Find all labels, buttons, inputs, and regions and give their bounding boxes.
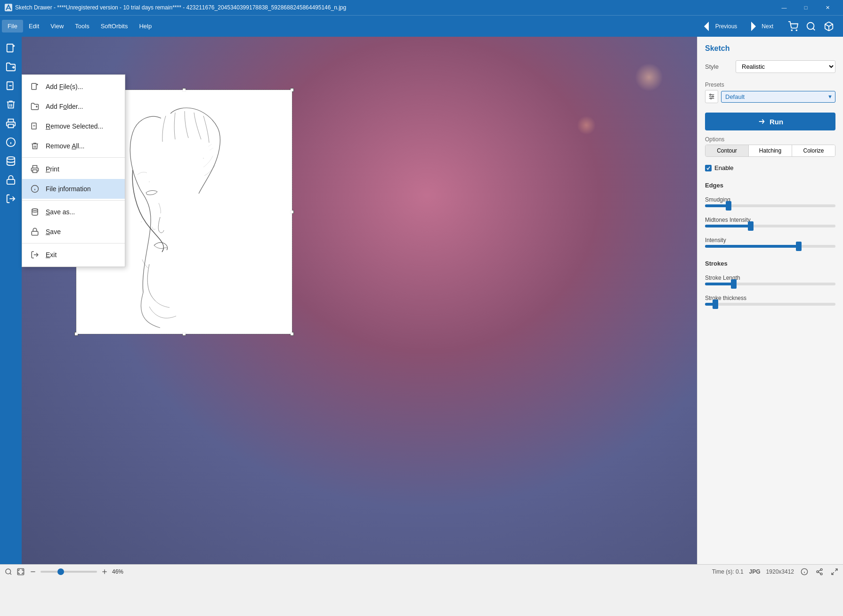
sidebar-add-folder[interactable] <box>2 58 19 75</box>
intensity-label: Intensity <box>705 237 835 243</box>
svg-point-4 <box>791 30 792 31</box>
sidebar-remove-all[interactable] <box>2 96 19 113</box>
settings-sliders-icon <box>708 93 715 100</box>
stroke-thickness-thumb[interactable] <box>713 300 718 309</box>
maximize-button[interactable]: □ <box>795 0 817 15</box>
info-status-icon[interactable] <box>800 567 809 576</box>
zoom-thumb[interactable] <box>57 568 64 575</box>
sidebar-info[interactable] <box>2 134 19 151</box>
window-controls: — □ ✕ <box>773 0 838 15</box>
cube-button[interactable] <box>820 18 837 35</box>
menu-edit[interactable]: Edit <box>23 20 45 32</box>
intensity-slider[interactable] <box>705 245 835 248</box>
cart-button[interactable] <box>785 18 802 35</box>
menu-remove-selected[interactable]: Remove Selected... <box>22 116 125 136</box>
trash-icon <box>6 99 16 110</box>
svg-line-7 <box>813 28 815 30</box>
zoom-in-icon[interactable] <box>100 567 109 576</box>
statusbar-left: 46% <box>4 567 708 576</box>
zoom-search-icon[interactable] <box>4 567 13 576</box>
smudging-slider[interactable] <box>705 204 835 207</box>
svg-line-59 <box>819 572 821 574</box>
statusbar: 46% Time (s): 0.1 JPG 1920x3412 <box>0 564 843 578</box>
next-icon <box>746 20 760 33</box>
stroke-length-thumb[interactable] <box>731 279 737 289</box>
stroke-thickness-slider[interactable] <box>705 303 835 306</box>
exit-icon <box>6 194 16 204</box>
presets-select[interactable]: Default Light Dark Soft <box>721 91 835 103</box>
sidebar-add-file[interactable] <box>2 40 19 57</box>
zoom-out-icon[interactable] <box>28 567 38 576</box>
menu-softorbits[interactable]: SoftOrbits <box>95 20 134 32</box>
options-section: Options Contour Hatching Colorize <box>705 136 835 157</box>
svg-point-44 <box>32 209 38 211</box>
fullscreen-status-icon[interactable] <box>830 567 839 576</box>
menu-view[interactable]: View <box>45 20 69 32</box>
menu-print[interactable]: Print <box>22 159 125 179</box>
sidebar-remove-selected[interactable] <box>2 77 19 94</box>
presets-label: Presets <box>705 81 835 88</box>
save-lock-icon <box>6 175 16 185</box>
zoom-slider[interactable] <box>41 571 97 573</box>
add-folder-menu-icon <box>30 101 40 112</box>
minimize-button[interactable]: — <box>773 0 795 15</box>
enable-checkbox[interactable] <box>705 165 712 171</box>
midtones-label: Midtones Intensity <box>705 217 835 223</box>
remove-selected-label: Remove Selected... <box>46 122 103 130</box>
stroke-length-section: Stroke Length <box>705 275 835 285</box>
menu-remove-all[interactable]: Remove All... <box>22 136 125 156</box>
sidebar-save[interactable] <box>2 171 19 188</box>
tab-hatching[interactable]: Hatching <box>749 145 792 156</box>
next-button[interactable]: Next <box>743 18 777 35</box>
svg-point-32 <box>710 98 712 99</box>
menu-save[interactable]: Save <box>22 222 125 242</box>
menu-file-information[interactable]: File information <box>22 179 125 199</box>
svg-rect-40 <box>33 170 37 173</box>
midtones-thumb[interactable] <box>748 221 754 231</box>
menu-tools[interactable]: Tools <box>69 20 95 32</box>
left-sidebar <box>0 37 22 564</box>
print-menu-icon <box>30 164 40 174</box>
cube-icon <box>824 21 834 32</box>
sidebar-print[interactable] <box>2 115 19 132</box>
menu-add-folder[interactable]: Add Folder... <box>22 97 125 116</box>
close-button[interactable]: ✕ <box>817 0 838 15</box>
search-button[interactable] <box>802 18 819 35</box>
svg-line-61 <box>835 569 837 571</box>
strokes-heading: Strokes <box>705 260 835 267</box>
info-icon <box>6 137 16 147</box>
options-tabs: Contour Hatching Colorize <box>705 145 835 157</box>
presets-settings-button[interactable] <box>705 90 718 103</box>
stroke-length-label: Stroke Length <box>705 275 835 281</box>
sidebar-exit[interactable] <box>2 190 19 207</box>
run-button[interactable]: Run <box>705 113 835 130</box>
share-status-icon[interactable] <box>815 567 824 576</box>
sidebar-save-as[interactable] <box>2 153 19 170</box>
previous-icon <box>700 20 713 33</box>
save-as-menu-icon <box>30 207 40 217</box>
panel-title: Sketch <box>705 44 835 53</box>
remove-selected-icon <box>6 81 16 91</box>
style-select[interactable]: Realistic Pencil Charcoal Ink <box>736 60 835 73</box>
svg-point-20 <box>7 157 15 160</box>
tab-colorize[interactable]: Colorize <box>792 145 835 156</box>
previous-label: Previous <box>715 23 738 30</box>
previous-button[interactable]: Previous <box>697 18 741 35</box>
menu-save-as[interactable]: Save as... <box>22 202 125 222</box>
stroke-length-slider[interactable] <box>705 283 835 285</box>
midtones-slider[interactable] <box>705 225 835 227</box>
menu-help[interactable]: Help <box>133 20 157 32</box>
svg-point-57 <box>817 571 819 573</box>
menu-file[interactable]: File <box>2 20 23 32</box>
titlebar: Sketch Drawer - ****Unregistered version… <box>0 0 843 15</box>
enable-label: Enable <box>714 164 733 171</box>
menu-add-files[interactable]: Add File(s)... <box>22 77 125 97</box>
svg-marker-3 <box>751 22 756 31</box>
smudging-thumb[interactable] <box>726 201 731 211</box>
tab-contour[interactable]: Contour <box>705 145 749 156</box>
run-label: Run <box>770 118 783 126</box>
add-folder-icon <box>6 62 16 72</box>
intensity-thumb[interactable] <box>796 242 802 251</box>
fit-window-icon[interactable] <box>16 567 25 576</box>
menu-exit[interactable]: Exit <box>22 245 125 265</box>
